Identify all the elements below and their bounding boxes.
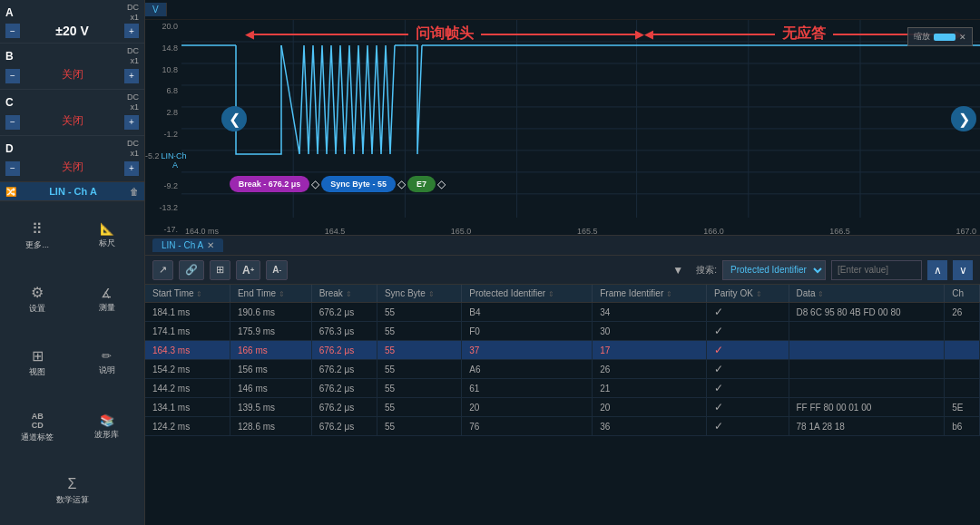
table-cell: 26: [593, 360, 707, 379]
channel-c: C DC x1 − 关闭 +: [0, 89, 144, 135]
export-button[interactable]: ↗: [152, 260, 173, 280]
tool-decode[interactable]: ABCD 通道标签: [4, 396, 72, 459]
channel-b-label: B: [5, 50, 14, 63]
col-break[interactable]: Break ⇕: [311, 285, 377, 303]
no-reply-arrow-left-icon: ◀: [644, 27, 653, 41]
table-cell: [945, 379, 980, 398]
channel-d-plus[interactable]: +: [124, 161, 139, 176]
lin-delete-icon[interactable]: 🗑: [130, 187, 139, 197]
nav-left-button[interactable]: ❮: [221, 106, 247, 131]
diamond-3: ◇: [437, 178, 446, 190]
lin-tab[interactable]: LIN - Ch A ✕: [152, 238, 223, 252]
legend-close-icon[interactable]: ✕: [959, 33, 966, 42]
tool-measure[interactable]: ∡ 测量: [74, 268, 142, 330]
col-data[interactable]: Data ⇕: [789, 285, 945, 303]
table-cell: 676.2 μs: [311, 398, 377, 417]
sort-fid-icon: ⇕: [666, 290, 672, 298]
col-ch[interactable]: Ch: [945, 285, 980, 303]
channel-a-plus[interactable]: +: [124, 24, 139, 38]
table-cell: 676.2 μs: [311, 303, 377, 322]
data-table-container[interactable]: Start Time ⇕ End Time ⇕ Break ⇕ Sync Byt…: [145, 285, 980, 525]
y-labels: 20.0 14.8 10.8 6.8 2.8 -1.2 -5.2LIN·Ch A…: [145, 20, 181, 236]
table-row[interactable]: 174.1 ms175.9 ms676.3 μs55F030✓: [145, 322, 980, 341]
font-down-button[interactable]: A-: [266, 260, 288, 280]
search-input[interactable]: [831, 260, 922, 280]
link-button[interactable]: 🔗: [179, 260, 204, 280]
col-sync[interactable]: Sync Byte ⇕: [377, 285, 461, 303]
data-table: Start Time ⇕ End Time ⇕ Break ⇕ Sync Byt…: [145, 285, 980, 436]
channel-c-scale: x1: [130, 102, 139, 112]
table-cell: 76: [462, 417, 593, 436]
channel-c-plus[interactable]: +: [124, 115, 139, 130]
table-cell: [789, 379, 945, 398]
sort-pid-icon: ⇕: [548, 290, 554, 298]
search-dropdown[interactable]: Protected Identifier Frame Identifier Da…: [722, 260, 826, 280]
col-fid[interactable]: Frame Identifier ⇕: [593, 285, 707, 303]
table-row[interactable]: 184.1 ms190.6 ms676.2 μs55B434✓D8 6C 95 …: [145, 303, 980, 322]
channel-d-value: 关闭: [56, 158, 89, 179]
tool-lib[interactable]: 📚 波形库: [74, 396, 142, 459]
col-parity[interactable]: Parity OK ⇕: [707, 285, 789, 303]
channel-c-minus[interactable]: −: [5, 115, 20, 130]
table-cell: D8 6C 95 80 4B FD 00 80: [789, 303, 945, 322]
channel-b-minus[interactable]: −: [5, 69, 20, 83]
break-bar: Break - 676.2 μs: [230, 176, 310, 192]
col-start-time[interactable]: Start Time ⇕: [145, 285, 230, 303]
table-row[interactable]: 144.2 ms146 ms676.2 μs556121✓: [145, 379, 980, 398]
channel-b: B DC x1 − 关闭 +: [0, 43, 144, 89]
nav-down-button[interactable]: ∨: [953, 260, 973, 280]
table-row[interactable]: 154.2 ms156 ms676.2 μs55A626✓: [145, 360, 980, 379]
table-cell: 124.2 ms: [145, 417, 230, 436]
link-icon: 🔗: [185, 264, 198, 276]
tool-math[interactable]: Σ 数学运算: [4, 461, 141, 521]
right-panel: V 20.0 14.8 10.8 6.8 2.8 -1.2 -5.2LIN·Ch…: [145, 0, 980, 525]
tool-view[interactable]: ⊞ 视图: [4, 332, 72, 394]
y-label-4: 2.8: [145, 108, 181, 117]
tool-ruler[interactable]: 📐 标尺: [74, 205, 142, 267]
measure-icon: ∡: [101, 286, 113, 300]
table-row[interactable]: 164.3 ms166 ms676.2 μs553717✓: [145, 341, 980, 360]
tool-math-label: 数学运算: [56, 494, 89, 506]
y-label-9: -17.: [145, 225, 181, 234]
lin-tab-close-icon[interactable]: ✕: [207, 240, 214, 250]
filter-icon: ▼: [672, 264, 683, 277]
table-cell: F0: [462, 322, 593, 341]
lin-section[interactable]: 🔀 LIN - Ch A 🗑: [0, 181, 144, 201]
channel-d-minus[interactable]: −: [5, 161, 20, 176]
table-row[interactable]: 124.2 ms128.6 ms676.2 μs557636✓78 1A 28 …: [145, 417, 980, 436]
table-cell: ✓: [707, 360, 789, 379]
channel-a-minus[interactable]: −: [5, 24, 20, 38]
table-cell: ✓: [707, 341, 789, 360]
table-cell: [945, 341, 980, 360]
table-cell: 36: [593, 417, 707, 436]
legend-label: 缩放: [914, 31, 930, 43]
table-cell: 20: [593, 398, 707, 417]
nav-right-button[interactable]: ❯: [951, 106, 976, 131]
table-cell: ✓: [707, 417, 789, 436]
sync-bar-label: Sync Byte - 55: [330, 180, 387, 189]
table-cell: 128.6 ms: [230, 417, 311, 436]
diamond-2: ◇: [397, 178, 406, 190]
table-cell: 55: [377, 341, 461, 360]
tool-notes[interactable]: ✏ 说明: [74, 332, 142, 394]
table-cell: ✓: [707, 322, 789, 341]
table-cell: b6: [945, 417, 980, 436]
table-cell: 174.1 ms: [145, 322, 230, 341]
channel-d: D DC x1 − 关闭 +: [0, 135, 144, 181]
channel-b-plus[interactable]: +: [124, 69, 139, 83]
table-cell: 55: [377, 379, 461, 398]
nav-up-button[interactable]: ∧: [927, 260, 947, 280]
tool-settings[interactable]: ⚙ 设置: [4, 268, 72, 330]
table-cell: 144.2 ms: [145, 379, 230, 398]
tool-more[interactable]: ⠿ 更多...: [4, 205, 72, 267]
table-cell: 55: [377, 303, 461, 322]
grid-button[interactable]: ⊞: [210, 260, 230, 280]
col-pid[interactable]: Protected Identifier ⇕: [462, 285, 593, 303]
font-up-button[interactable]: A+: [236, 260, 260, 280]
table-cell: 20: [462, 398, 593, 417]
col-end-time[interactable]: End Time ⇕: [230, 285, 311, 303]
y-label-3: 6.8: [145, 86, 181, 95]
table-row[interactable]: 134.1 ms139.5 ms676.2 μs552020✓FF FF 80 …: [145, 398, 980, 417]
view-icon: ⊞: [32, 347, 44, 365]
table-cell: A6: [462, 360, 593, 379]
